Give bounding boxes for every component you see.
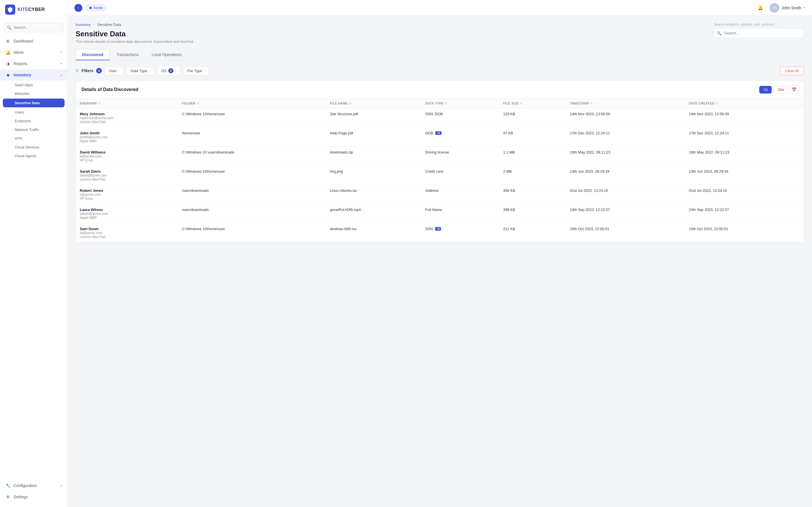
cell-endpoint: Sarah Davis david@acme.com Lenovo Idea P… bbox=[76, 166, 178, 185]
filters-label: Filters bbox=[82, 68, 93, 73]
filter-icon: ▽ bbox=[75, 68, 79, 73]
cell-date-created: 15th Oct 2023, 22:00:01 bbox=[685, 223, 804, 242]
sidebar-item-configuration[interactable]: 🔧 Configuration ▾ bbox=[0, 480, 67, 491]
content-search-input[interactable] bbox=[714, 28, 804, 38]
col-folder[interactable]: FOLDER⇅ bbox=[178, 99, 326, 108]
date-7d-button[interactable]: 7d bbox=[759, 86, 772, 94]
table-body: Mary Johnson mjohnson@acme.com Lenovo Id… bbox=[76, 108, 804, 242]
col-file-size[interactable]: FILE SIZE⇅ bbox=[499, 99, 566, 108]
dashboard-icon: ⊞ bbox=[5, 38, 11, 44]
inventory-chevron-icon: ▴ bbox=[61, 73, 62, 77]
filters-row: ▽ Filters 2 User › Data Type › OS 2 › Fi… bbox=[75, 66, 804, 75]
notification-icon: 🔔 bbox=[758, 5, 763, 10]
endpoint-device: Lenovo Idea Pad bbox=[80, 177, 174, 181]
sidebar-item-reports[interactable]: ◑ Reports ▾ bbox=[0, 58, 67, 69]
cell-date-created: 19th May 2022, 09:11:23 bbox=[685, 147, 804, 166]
sidebar-item-cloud-agents[interactable]: Cloud Agents bbox=[0, 152, 67, 160]
sidebar-item-endpoints[interactable]: Endpoints bbox=[0, 117, 67, 125]
col-file-name[interactable]: FILE NAME⇅ bbox=[326, 99, 421, 108]
cell-data-type: Credit card bbox=[421, 166, 499, 185]
clear-all-button[interactable]: Clear All bbox=[780, 66, 804, 75]
filter-data-type-button[interactable]: Data Type › bbox=[126, 66, 154, 75]
table-row[interactable]: Sam Down sd@acme.com Lenovo Idea Pad C:\… bbox=[76, 223, 804, 242]
endpoint-device: Lenovo Idea Pad bbox=[80, 120, 174, 124]
cell-file-name: downloads.zip bbox=[326, 147, 421, 166]
cell-file-name: gocwRvLhDf8.mp4 bbox=[326, 204, 421, 223]
cell-file-size: 97 KB bbox=[499, 128, 566, 147]
content-area: Inventory > Sensitive Data Sensitive Dat… bbox=[68, 16, 812, 507]
sidebar-item-inventory[interactable]: ◈ Inventory ▴ bbox=[0, 69, 67, 80]
data-table-card: Details of Data Discovered 7d 30d 📅 ENDP… bbox=[75, 80, 804, 242]
logo-text: KITECYBER bbox=[17, 7, 45, 12]
cell-timestamp: 19th May 2022, 09:11:23 bbox=[566, 147, 685, 166]
cell-data-type: Address bbox=[421, 185, 499, 204]
sort-icon: ⇅ bbox=[716, 102, 718, 105]
endpoint-device: Lenovo Idea Pad bbox=[80, 235, 174, 239]
breadcrumb-separator: > bbox=[93, 22, 95, 27]
notification-button[interactable]: 🔔 bbox=[756, 3, 765, 13]
alerts-chevron-icon: ▾ bbox=[61, 51, 62, 54]
content-search-area: Search endpoint, address, port, protocol… bbox=[714, 22, 804, 38]
org-dot-icon bbox=[89, 7, 92, 9]
sidebar-toggle-button[interactable]: ‹ bbox=[74, 4, 82, 12]
cell-endpoint: John Smith jsmith@acme.com Apple MBP bbox=[76, 128, 178, 147]
sidebar-item-websites[interactable]: Websites bbox=[0, 89, 67, 98]
filter-file-type-button[interactable]: File Type › bbox=[183, 66, 209, 75]
table-row[interactable]: David Williams kt@acme.com HP Envy C:\Wi… bbox=[76, 147, 804, 166]
cell-folder: C:\Windows 10\home\user bbox=[178, 108, 326, 128]
filter-user-chevron-icon: › bbox=[118, 69, 119, 72]
main-content: ‹ Acme 🔔 JS John Smith ▾ Inventory > Sen bbox=[68, 0, 812, 507]
cell-endpoint: David Williams kt@acme.com HP Envy bbox=[76, 147, 178, 166]
filter-user-button[interactable]: User › bbox=[105, 66, 123, 75]
cell-data-type: Driving license bbox=[421, 147, 499, 166]
sidebar-item-vpn[interactable]: VPN bbox=[0, 134, 67, 143]
filter-os-button[interactable]: OS 2 › bbox=[157, 66, 180, 75]
sidebar-item-settings[interactable]: ⚙ Settings bbox=[0, 491, 67, 503]
sidebar-item-sensitive-data[interactable]: Sensitive Data bbox=[3, 99, 64, 107]
user-menu[interactable]: JS John Smith ▾ bbox=[770, 3, 805, 13]
sidebar-item-network-traffic[interactable]: Network Traffic bbox=[0, 125, 67, 134]
cell-endpoint: Laura Wilson wilson@acme.com Apple MBP bbox=[76, 204, 178, 223]
sidebar-item-alerts[interactable]: 🔔 Alerts ▾ bbox=[0, 47, 67, 58]
calendar-button[interactable]: 📅 bbox=[790, 86, 798, 94]
sidebar-item-dashboard[interactable]: ⊞ Dashboard bbox=[0, 36, 67, 47]
sidebar-item-saas-apps[interactable]: SaaS Apps bbox=[0, 80, 67, 89]
sidebar-item-cloud-services[interactable]: Cloud Services bbox=[0, 143, 67, 152]
user-name: John Smith bbox=[781, 6, 801, 10]
org-selector[interactable]: Acme bbox=[86, 4, 106, 11]
col-endpoint[interactable]: ENDPOINT⇅ bbox=[76, 99, 178, 108]
table-row[interactable]: John Smith jsmith@acme.com Apple MBP /ho… bbox=[76, 128, 804, 147]
sidebar-item-users[interactable]: Users bbox=[0, 108, 67, 117]
col-date-created[interactable]: DATE CREATED⇅ bbox=[685, 99, 804, 108]
date-30d-button[interactable]: 30d bbox=[773, 86, 788, 94]
tab-transactions[interactable]: Transactions bbox=[110, 49, 145, 60]
endpoint-device: HP Envy bbox=[80, 158, 174, 162]
data-type-value: SSN, DOB bbox=[425, 112, 443, 116]
table-card-header: Details of Data Discovered 7d 30d 📅 bbox=[76, 81, 804, 99]
cell-date-created: 14th Nov 2023, 13:56:09 bbox=[685, 108, 804, 128]
cell-file-size: 1.1 MB bbox=[499, 147, 566, 166]
sidebar-search-box[interactable]: 🔍 bbox=[4, 23, 63, 32]
reports-icon: ◑ bbox=[5, 61, 11, 66]
col-timestamp[interactable]: TIMESTAMP⇅ bbox=[566, 99, 685, 108]
tab-discovered[interactable]: Discovered bbox=[75, 49, 110, 60]
table-row[interactable]: Robert Jones rj@acme.com HP Envy /user/d… bbox=[76, 185, 804, 204]
breadcrumb: Inventory > Sensitive Data bbox=[75, 22, 194, 27]
search-input[interactable] bbox=[4, 23, 63, 32]
inventory-sub-nav: SaaS Apps Websites Sensitive Data Users … bbox=[0, 80, 67, 160]
table-row[interactable]: Laura Wilson wilson@acme.com Apple MBP /… bbox=[76, 204, 804, 223]
breadcrumb-parent[interactable]: Inventory bbox=[75, 22, 91, 27]
table-row[interactable]: Mary Johnson mjohnson@acme.com Lenovo Id… bbox=[76, 108, 804, 128]
org-name: Acme bbox=[93, 6, 103, 10]
avatar: JS bbox=[770, 3, 779, 13]
page-title: Sensitive Data bbox=[75, 30, 194, 38]
topbar-right: 🔔 JS John Smith ▾ bbox=[756, 3, 805, 13]
tab-local-operations[interactable]: Local Operations bbox=[145, 49, 188, 60]
os-filter-badge: 2 bbox=[168, 68, 173, 73]
endpoint-device: Apple MBP bbox=[80, 216, 174, 220]
col-data-type[interactable]: DATA TYPE⇅ bbox=[421, 99, 499, 108]
data-type-value: Credit card bbox=[425, 169, 443, 173]
endpoint-device: HP Envy bbox=[80, 196, 174, 201]
table-row[interactable]: Sarah Davis david@acme.com Lenovo Idea P… bbox=[76, 166, 804, 185]
cell-folder: C:\Windows 10\home\user bbox=[178, 223, 326, 242]
